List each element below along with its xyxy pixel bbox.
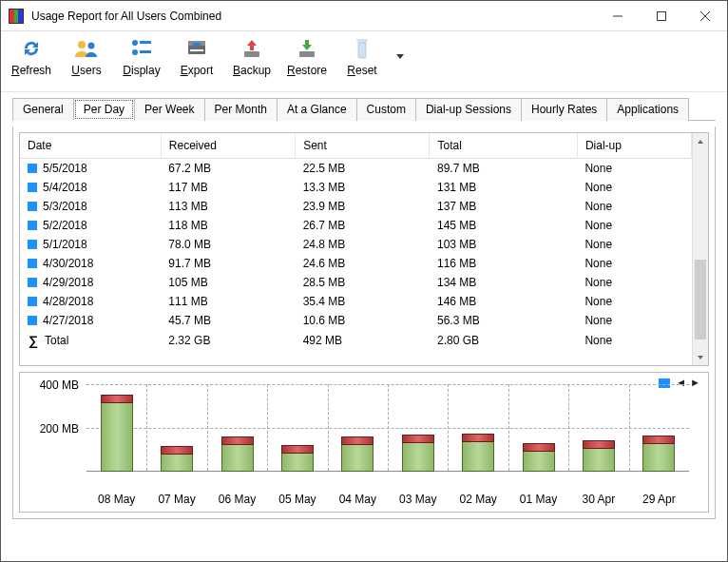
row-icon (28, 278, 37, 287)
tab-per-day[interactable]: Per Day (73, 98, 135, 121)
tab-content: Date Received Sent Total Dial-up 5/5/201… (12, 126, 716, 519)
bar-column (86, 384, 146, 472)
cell-received: 2.32 GB (161, 330, 295, 351)
cell-sent: 35.4 MB (296, 292, 430, 311)
restore-button[interactable]: Restore (286, 37, 328, 77)
col-received[interactable]: Received (161, 133, 295, 159)
scroll-thumb[interactable] (695, 260, 706, 339)
table-row[interactable]: 4/27/201845.7 MB10.6 MB56.3 MBNone (20, 311, 692, 330)
export-button[interactable]: Export (176, 37, 218, 77)
reset-button[interactable]: Reset (341, 37, 383, 77)
refresh-label: Refresh (11, 64, 51, 77)
table-row[interactable]: 4/30/201891.7 MB24.6 MB116 MBNone (20, 254, 692, 273)
cell-dialup: None (577, 311, 691, 330)
refresh-button[interactable]: Refresh (10, 37, 52, 77)
bar-column (629, 384, 689, 472)
x-label: 30 Apr (568, 493, 628, 506)
bar (583, 447, 615, 472)
bar-column (146, 384, 206, 472)
col-dialup[interactable]: Dial-up (577, 133, 691, 159)
svg-rect-15 (299, 51, 315, 57)
chart-next-button[interactable]: ► (690, 377, 700, 388)
restore-icon (292, 37, 322, 60)
table-row[interactable]: 4/29/2018105 MB28.5 MB134 MBNone (20, 273, 692, 292)
table-row[interactable]: 5/3/2018113 MB23.9 MB137 MBNone (20, 197, 692, 216)
refresh-icon (16, 37, 47, 60)
cell-dialup: None (577, 292, 691, 311)
sigma-icon: ∑ (28, 333, 39, 348)
users-label: Users (71, 64, 101, 77)
ytick-200: 200 MB (29, 422, 79, 436)
tab-hourly-rates[interactable]: Hourly Rates (521, 98, 607, 121)
bar-column (267, 384, 327, 472)
col-date[interactable]: Date (20, 133, 161, 159)
bar-column (508, 384, 568, 472)
cell-dialup: None (577, 273, 691, 292)
cell-sent: 492 MB (296, 330, 430, 351)
table-row[interactable]: 5/5/201867.2 MB22.5 MB89.7 MBNone (20, 159, 692, 179)
cell-dialup: None (577, 178, 691, 197)
table-row[interactable]: 5/2/2018118 MB26.7 MB145 MBNone (20, 216, 692, 235)
cell-dialup: None (577, 216, 691, 235)
scroll-track[interactable] (693, 149, 708, 349)
ytick-400: 400 MB (29, 378, 79, 392)
export-label: Export (181, 64, 214, 77)
tab-custom[interactable]: Custom (356, 98, 416, 121)
table-row[interactable]: 4/28/2018111 MB35.4 MB146 MBNone (20, 292, 692, 311)
display-label: Display (123, 64, 160, 77)
usage-table-panel: Date Received Sent Total Dial-up 5/5/201… (19, 132, 709, 366)
col-sent[interactable]: Sent (296, 133, 430, 159)
tab-per-month[interactable]: Per Month (204, 98, 278, 121)
x-label: 29 Apr (629, 493, 689, 506)
backup-label: Backup (233, 64, 271, 77)
row-icon (28, 221, 37, 230)
cell-date: 4/28/2018 (43, 295, 93, 308)
chart-x-labels: 08 May07 May06 May05 May04 May03 May02 M… (86, 493, 689, 506)
table-row[interactable]: 5/1/201878.0 MB24.8 MB103 MBNone (20, 235, 692, 254)
cell-received: 117 MB (161, 178, 295, 197)
bar (281, 452, 314, 472)
cell-sent: 23.9 MB (296, 197, 430, 216)
scroll-up-icon[interactable] (693, 133, 708, 149)
table-row[interactable]: 5/4/2018117 MB13.3 MB131 MBNone (20, 178, 692, 197)
maximize-button[interactable] (640, 1, 683, 31)
tab-at-a-glance[interactable]: At a Glance (277, 98, 357, 121)
minimize-button[interactable] (596, 1, 640, 31)
cell-date: 5/2/2018 (43, 219, 87, 232)
display-button[interactable]: Display (121, 37, 163, 77)
toolbar-more-dropdown[interactable] (396, 54, 404, 59)
table-total-row[interactable]: ∑Total2.32 GB492 MB2.80 GBNone (20, 330, 692, 351)
cell-sent: 28.5 MB (296, 273, 430, 292)
x-label: 02 May (448, 493, 508, 506)
backup-button[interactable]: Backup (231, 37, 273, 77)
users-button[interactable]: Users (66, 37, 107, 77)
bar (402, 441, 434, 472)
tab-applications[interactable]: Applications (606, 98, 689, 121)
x-label: 08 May (86, 493, 146, 506)
bar (161, 453, 193, 472)
display-icon (126, 37, 157, 60)
col-total[interactable]: Total (430, 133, 577, 159)
svg-point-4 (78, 41, 86, 48)
export-icon (182, 37, 212, 60)
close-button[interactable] (683, 1, 727, 31)
cell-total: 116 MB (430, 254, 577, 273)
tab-per-week[interactable]: Per Week (134, 98, 204, 121)
bar (523, 450, 555, 472)
cell-date: 5/1/2018 (43, 238, 87, 251)
chart-bars (86, 384, 689, 472)
svg-point-8 (132, 49, 138, 55)
bar-column (388, 384, 448, 472)
bar-column (207, 384, 267, 472)
reset-label: Reset (347, 64, 376, 77)
cell-received: 118 MB (161, 216, 295, 235)
tab-dialup-sessions[interactable]: Dial-up Sessions (415, 98, 522, 121)
cell-dialup: None (577, 330, 691, 351)
scroll-down-icon[interactable] (693, 349, 708, 365)
table-scrollbar[interactable] (692, 133, 708, 365)
bar-column (448, 384, 508, 472)
title-bar: Usage Report for All Users Combined (1, 1, 727, 31)
cell-total: 137 MB (430, 197, 577, 216)
tab-general[interactable]: General (12, 98, 74, 121)
svg-rect-12 (193, 43, 201, 47)
